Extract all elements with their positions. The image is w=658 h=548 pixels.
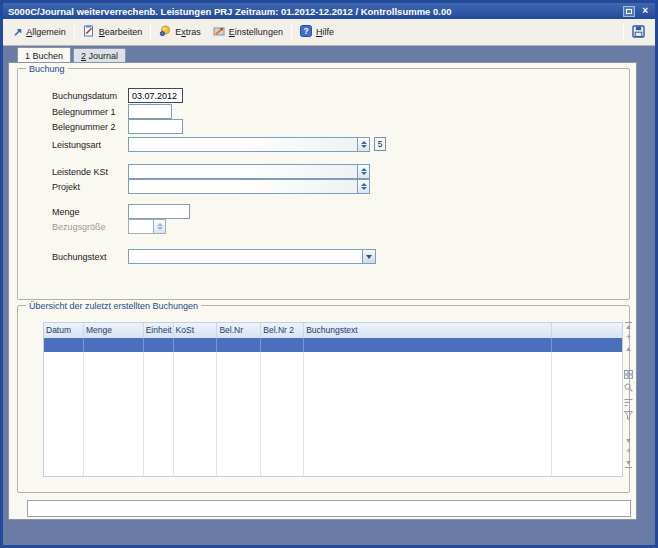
menu-item-einstellungen[interactable]: Einstellungen <box>207 22 289 42</box>
grid-icon <box>624 370 633 379</box>
first-record-button[interactable]: ▲ <box>623 322 634 331</box>
close-button[interactable]: × <box>640 6 650 16</box>
leistungsart-count-badge: 5 <box>374 137 386 151</box>
cell-belnr <box>217 338 261 352</box>
group-overview-title: Übersicht der zuletzt erstellten Buchung… <box>26 301 201 311</box>
label-projekt: Projekt <box>52 182 80 192</box>
sort-button[interactable] <box>623 398 634 409</box>
body-column <box>44 352 84 476</box>
titlebar: S000C/Journal weiterverrechenb. Leistung… <box>3 3 655 19</box>
group-buchung: Buchung Buchungsdatum Belegnummer 1 Bele… <box>17 68 630 300</box>
bezugsgroesse-spinner <box>128 219 166 234</box>
body-column <box>217 352 261 476</box>
spinner-button[interactable] <box>357 138 369 151</box>
filter-button[interactable] <box>623 411 634 422</box>
tab-strip: 1 Buchen 2 Journal <box>17 48 128 62</box>
column-header-filler <box>552 323 622 338</box>
leistende-kst-input[interactable] <box>129 165 357 178</box>
buchungsdatum-input[interactable] <box>128 88 183 103</box>
window-title: S000C/Journal weiterverrechenb. Leistung… <box>8 6 623 17</box>
menu-separator <box>623 24 624 41</box>
spin-up-icon <box>157 223 163 226</box>
body-column <box>261 352 304 476</box>
chevron-down-icon <box>366 255 372 259</box>
page-down-icon: + <box>626 446 631 456</box>
search-button[interactable] <box>623 383 634 394</box>
label-leistende-kst: Leistende KSt <box>52 167 108 177</box>
menu-separator <box>291 24 292 41</box>
page-down-button[interactable]: + <box>623 447 634 456</box>
last-record-icon: ▼ <box>625 459 632 468</box>
column-header-menge[interactable]: Menge <box>84 323 144 338</box>
column-header-buchungstext[interactable]: Buchungstext <box>304 323 552 338</box>
grid-body <box>44 352 622 476</box>
buchungstext-input[interactable] <box>129 250 362 263</box>
body-column <box>84 352 144 476</box>
tab-journal[interactable]: 2 Journal <box>73 48 126 62</box>
page-up-button[interactable]: + <box>623 333 634 342</box>
projekt-combo[interactable] <box>128 179 370 194</box>
bezugsgroesse-input <box>129 220 153 233</box>
cell-einheit <box>144 338 174 352</box>
cell-datum <box>44 338 84 352</box>
spinner-button[interactable] <box>357 165 369 178</box>
restore-icon <box>626 9 632 14</box>
menu-separator <box>74 24 75 41</box>
buchungstext-dropdown[interactable] <box>128 249 376 264</box>
filter-icon <box>624 411 633 420</box>
dropdown-button[interactable] <box>362 250 375 263</box>
spin-up-icon <box>361 183 367 186</box>
next-record-button[interactable]: ▼ <box>623 437 634 445</box>
label-bezugsgroesse: Bezugsgröße <box>52 222 106 232</box>
menu-label-hilfe: Hilfe <box>316 27 334 37</box>
menu-item-allgemein[interactable]: ↗ Allgemein <box>7 24 72 41</box>
group-overview: Übersicht der zuletzt erstellten Buchung… <box>17 305 630 493</box>
cell-belnr2 <box>261 338 304 352</box>
belegnummer1-input[interactable] <box>128 104 172 119</box>
svg-text:?: ? <box>303 26 308 36</box>
leistungsart-input[interactable] <box>129 138 357 151</box>
tab-page-buchen: Buchung Buchungsdatum Belegnummer 1 Bele… <box>8 62 637 520</box>
column-header-einheit[interactable]: Einheit <box>144 323 174 338</box>
status-bar <box>27 500 631 517</box>
menu-item-extras[interactable]: Extras <box>153 22 207 42</box>
body-column <box>552 352 622 476</box>
leistungsart-combo[interactable] <box>128 137 370 152</box>
floppy-disk-icon <box>632 25 645 40</box>
tab-buchen[interactable]: 1 Buchen <box>17 47 71 62</box>
last-record-button[interactable]: ▼ <box>623 459 634 468</box>
spinner-button[interactable] <box>357 180 369 193</box>
menu-item-bearbeiten[interactable]: Bearbeiten <box>77 22 149 42</box>
menu-item-hilfe[interactable]: ? Hilfe <box>294 22 340 42</box>
restore-button[interactable] <box>623 6 635 17</box>
first-record-icon: ▲ <box>625 322 632 331</box>
spin-down-icon <box>361 187 367 190</box>
arrow-up-right-icon: ↗ <box>13 27 22 38</box>
cell-filler <box>552 338 622 352</box>
spin-down-icon <box>361 172 367 175</box>
spinner-button <box>153 220 165 233</box>
selected-table-row[interactable] <box>44 338 622 352</box>
projekt-input[interactable] <box>129 180 357 193</box>
leistende-kst-combo[interactable] <box>128 164 370 179</box>
client-area: 1 Buchen 2 Journal Buchung Buchungsdatum… <box>3 46 655 521</box>
record-nav-strip: ▲ + ▲ ▼ + <box>623 322 634 477</box>
column-header-belnr[interactable]: Bel.Nr <box>217 323 261 338</box>
column-header-kost[interactable]: KoSt <box>174 323 218 338</box>
spin-down-icon <box>361 145 367 148</box>
spin-up-icon <box>361 141 367 144</box>
menu-separator <box>150 24 151 41</box>
cell-kost <box>174 338 218 352</box>
help-icon: ? <box>300 25 312 39</box>
save-button[interactable] <box>626 23 651 42</box>
edit-icon <box>83 25 95 39</box>
prev-record-button[interactable]: ▲ <box>623 345 634 353</box>
grid-view-button[interactable] <box>623 370 634 381</box>
menge-input[interactable] <box>128 204 190 219</box>
tab-journal-label: 2 Journal <box>81 51 118 61</box>
belegnummer2-input[interactable] <box>128 119 183 134</box>
next-record-icon: ▼ <box>625 437 632 444</box>
column-header-datum[interactable]: Datum <box>44 323 84 338</box>
column-header-belnr2[interactable]: Bel.Nr 2 <box>261 323 304 338</box>
bookings-grid: Datum Menge Einheit KoSt Bel.Nr Bel.Nr 2… <box>43 322 623 477</box>
